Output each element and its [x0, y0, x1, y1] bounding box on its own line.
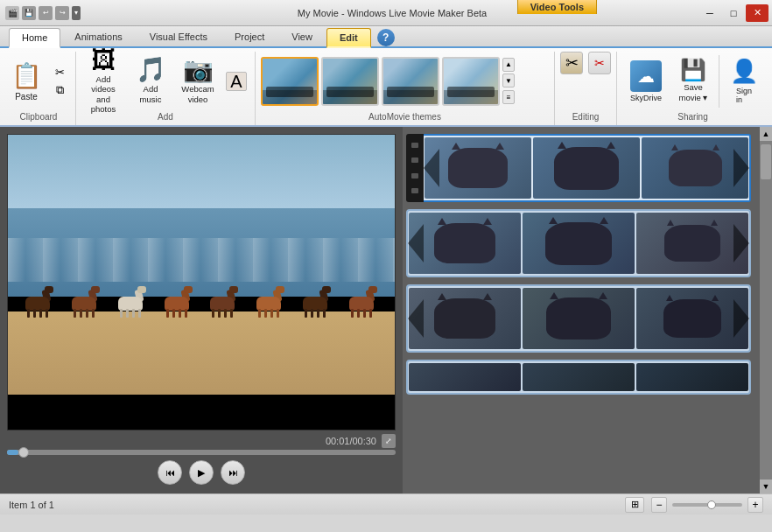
- film-hole: [411, 173, 418, 178]
- add-music-icon: 🎵: [136, 58, 166, 82]
- sharing-separator: [719, 55, 719, 108]
- playback-buttons: ⏮ ▶ ⏭: [7, 460, 396, 485]
- cat-ear-right-3: [712, 144, 719, 150]
- cat-ear: [667, 220, 674, 226]
- tab-project[interactable]: Project: [221, 27, 277, 46]
- storyboard-item-4[interactable]: [406, 360, 751, 395]
- tab-edit[interactable]: Edit: [326, 28, 371, 48]
- maximize-btn[interactable]: □: [722, 4, 745, 22]
- zoom-in-btn[interactable]: +: [747, 497, 763, 513]
- cat-thumb-2-3: [636, 213, 748, 274]
- fast-forward-button[interactable]: ⏭: [221, 460, 245, 485]
- cut-button[interactable]: ✂: [49, 65, 70, 80]
- close-btn[interactable]: ✕: [746, 4, 768, 22]
- undo-btn[interactable]: ↩: [39, 6, 53, 20]
- frame-3-2: [523, 288, 635, 349]
- add-music-button[interactable]: 🎵 Addmusic: [129, 54, 172, 108]
- tab-home[interactable]: Home: [9, 28, 60, 48]
- cat-body-3-1: [434, 298, 495, 339]
- horse-6: [256, 293, 284, 318]
- status-icons: ⊞ − +: [625, 497, 763, 513]
- cat-thumb-4-2: [523, 363, 635, 391]
- editing-label: Editing: [560, 110, 611, 123]
- cat-ear-left-2: [558, 142, 566, 149]
- tab-view[interactable]: View: [278, 27, 326, 46]
- frame-3-1: [409, 288, 521, 349]
- ribbon-tabs: Home Animations Visual Effects Project V…: [0, 26, 772, 48]
- paste-button[interactable]: 📋 Paste: [7, 54, 46, 108]
- clipboard-group: 📋 Paste ✂ ⧉ Clipboard: [4, 52, 76, 125]
- cat-body-2: [554, 147, 618, 190]
- scroll-down-btn[interactable]: ▼: [760, 480, 772, 494]
- cat-ear: [712, 295, 719, 301]
- cat-ear: [438, 218, 446, 225]
- play-button[interactable]: ▶: [189, 460, 214, 485]
- video-content: [8, 135, 395, 430]
- left-chevron: [424, 149, 439, 187]
- scroll-up-btn[interactable]: ▲: [760, 127, 772, 141]
- gallery-down-btn[interactable]: ▼: [502, 74, 515, 88]
- text-button[interactable]: A: [223, 54, 249, 108]
- gallery-up-btn[interactable]: ▲: [502, 58, 515, 72]
- cat-thumb-3: [642, 137, 748, 199]
- text-icon: A: [226, 72, 247, 91]
- seek-thumb[interactable]: [18, 447, 29, 458]
- frame-4-2: [523, 363, 635, 391]
- add-videos-button[interactable]: 🖼 Add videosand photos: [81, 54, 125, 108]
- cat-thumb-4-3: [636, 363, 748, 391]
- storyboard-item-3[interactable]: [406, 284, 751, 353]
- dropdown-btn[interactable]: ▾: [72, 6, 81, 20]
- cat-ear: [599, 292, 607, 299]
- webcam-button[interactable]: 📷 Webcamvideo: [176, 54, 220, 108]
- storyboard-frames-1: [424, 136, 749, 200]
- zoom-out-btn[interactable]: −: [651, 497, 667, 513]
- tab-visual-effects[interactable]: Visual Effects: [137, 27, 221, 46]
- redo-btn[interactable]: ↪: [55, 6, 69, 20]
- cat-thumb-2: [533, 137, 640, 199]
- theme-1[interactable]: [321, 57, 379, 106]
- right-chevron-3: [733, 299, 749, 338]
- storyboard-item-1-wrapper: [406, 134, 751, 202]
- theme-2[interactable]: [382, 57, 439, 106]
- signin-label: Signin: [736, 87, 752, 104]
- seek-bar[interactable]: [7, 450, 396, 455]
- add-music-label: Addmusic: [140, 84, 162, 104]
- theme-none-thumb: [263, 59, 317, 104]
- cat-thumb-4-1: [409, 363, 521, 391]
- expand-button[interactable]: ⤢: [382, 434, 396, 448]
- storyboard-view-btn[interactable]: ⊞: [625, 497, 644, 513]
- rewind-to-start-button[interactable]: ⏮: [158, 460, 182, 485]
- cat-body-2-2: [545, 222, 613, 265]
- save-movie-label: Savemovie ▾: [679, 82, 708, 102]
- cat-thumb-3-2: [523, 288, 635, 349]
- title-bar: 🎬 💾 ↩ ↪ ▾ My Movie - Windows Live Movie …: [0, 0, 772, 26]
- cat-ear: [438, 293, 446, 300]
- trim-icon[interactable]: ✂: [560, 52, 583, 74]
- help-btn[interactable]: ?: [377, 29, 395, 46]
- cat-ear: [483, 293, 492, 300]
- horse-3: [118, 293, 146, 318]
- cat-body: [448, 148, 507, 188]
- scroll-thumb[interactable]: [761, 144, 771, 179]
- quick-save-btn[interactable]: 💾: [22, 6, 36, 20]
- tab-animations[interactable]: Animations: [61, 27, 135, 46]
- save-movie-button[interactable]: 💾 Savemovie ▾: [673, 54, 713, 108]
- zoom-slider[interactable]: [672, 503, 742, 507]
- storyboard-item-2[interactable]: [406, 209, 751, 277]
- theme-none[interactable]: [261, 57, 319, 106]
- film-strip-left: [406, 134, 424, 202]
- save-movie-icon: 💾: [680, 60, 706, 80]
- skydrive-button[interactable]: ☁ SkyDrive: [622, 54, 670, 108]
- storyboard-panel: ▲ ▼: [403, 127, 772, 494]
- frame-1: [425, 137, 531, 199]
- cut-scene-icon[interactable]: ✂: [588, 52, 611, 74]
- gallery-more-btn[interactable]: ≡: [502, 90, 515, 104]
- minimize-btn[interactable]: ─: [698, 4, 721, 22]
- theme-2-thumb: [383, 59, 438, 104]
- zoom-slider-thumb[interactable]: [707, 500, 716, 509]
- copy-button[interactable]: ⧉: [49, 82, 70, 98]
- storyboard-item-1[interactable]: [424, 134, 751, 202]
- signin-button[interactable]: 👤 Signin: [725, 54, 763, 108]
- film-hole: [411, 143, 418, 148]
- theme-3[interactable]: [442, 57, 500, 106]
